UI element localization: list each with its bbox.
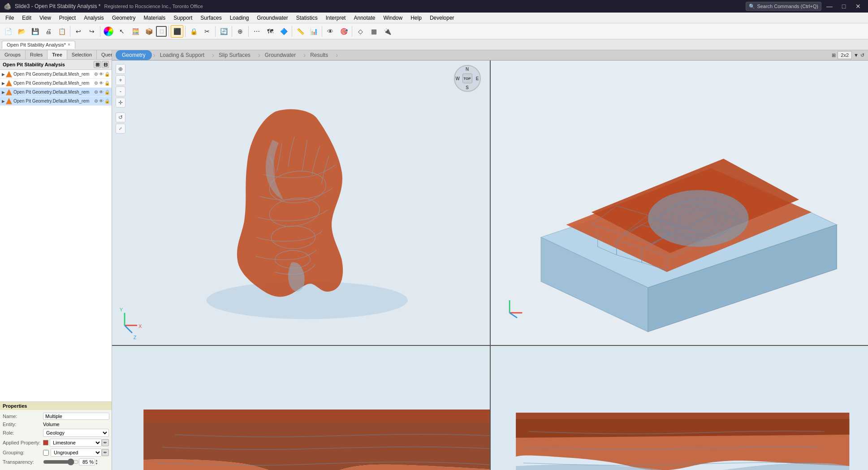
- tb-surface[interactable]: 🗺: [264, 25, 276, 38]
- tb-new[interactable]: 📄: [2, 25, 14, 38]
- tree-icon-2a[interactable]: ⚙: [94, 81, 98, 86]
- vt-rotate[interactable]: ↺: [116, 112, 125, 122]
- tree-lock-2[interactable]: 🔒: [104, 81, 110, 86]
- vt-zoom-in[interactable]: +: [116, 75, 125, 85]
- vis-tab-roles[interactable]: Roles: [26, 50, 48, 59]
- tb-chart[interactable]: 📊: [307, 25, 320, 38]
- tree-eye-3[interactable]: 👁: [99, 90, 104, 95]
- tree-expand-btn[interactable]: ⊞: [94, 61, 101, 68]
- tb-cut[interactable]: ✂: [201, 25, 213, 38]
- wf-tab-geometry[interactable]: Geometry: [116, 50, 152, 60]
- vis-tab-groups[interactable]: Groups: [0, 50, 26, 59]
- tree-collapse-btn[interactable]: ⊟: [102, 61, 109, 68]
- maximize-button[interactable]: □: [838, 0, 850, 13]
- vis-tab-selection[interactable]: Selection: [67, 50, 97, 59]
- menu-support[interactable]: Support: [170, 14, 196, 22]
- wf-tab-loading[interactable]: Loading & Support: [154, 50, 211, 60]
- menu-annotate[interactable]: Annotate: [350, 14, 379, 22]
- search-box[interactable]: 🔍 Search Commands (Ctrl+Q): [746, 2, 821, 11]
- tb-layers[interactable]: ▦: [367, 25, 380, 38]
- tb-open[interactable]: 📂: [15, 25, 28, 38]
- prop-grouping-check[interactable]: [43, 450, 49, 456]
- close-button[interactable]: ✕: [852, 0, 864, 13]
- menu-materials[interactable]: Materials: [140, 14, 169, 22]
- prop-name-input[interactable]: [43, 413, 109, 420]
- tree-eye-2[interactable]: 👁: [99, 81, 104, 86]
- tree-lock-3[interactable]: 🔒: [104, 90, 110, 95]
- tb-measure[interactable]: 📏: [294, 25, 307, 38]
- tb-print[interactable]: 🖨: [42, 25, 55, 38]
- wf-tab-groundwater[interactable]: Groundwater: [259, 50, 302, 60]
- tb-undo[interactable]: ↩: [72, 25, 85, 38]
- viewport-iso[interactable]: [491, 60, 868, 345]
- menu-surfaces[interactable]: Surfaces: [197, 14, 225, 22]
- viewport-front[interactable]: ⊕ + - ✛ ↺ ⤢: [112, 60, 490, 345]
- view-refresh-icon[interactable]: ↺: [860, 52, 864, 58]
- tb-cube[interactable]: 📦: [143, 25, 155, 38]
- prop-transparency-pct[interactable]: [79, 458, 95, 466]
- prop-grouping-edit[interactable]: ✏: [102, 449, 109, 456]
- app-tab-close[interactable]: ×: [68, 42, 70, 47]
- wf-tab-results[interactable]: Results: [304, 50, 334, 60]
- tb-merge[interactable]: ⊕: [234, 25, 246, 38]
- prop-applied-select[interactable]: Limestone: [50, 439, 102, 447]
- tree-item-1[interactable]: ▶ Open Pit Geometry.Default.Mesh_rem ⚙ 👁…: [0, 70, 112, 79]
- viewport-side[interactable]: [112, 346, 490, 470]
- menu-file[interactable]: File: [2, 14, 17, 22]
- tb-save[interactable]: 💾: [29, 25, 41, 38]
- tb-eye[interactable]: 👁: [324, 25, 337, 38]
- tree-icon-4a[interactable]: ⚙: [94, 99, 98, 103]
- menu-developer[interactable]: Developer: [426, 14, 458, 22]
- menu-groundwater[interactable]: Groundwater: [253, 14, 291, 22]
- tb-lock[interactable]: 🔒: [187, 25, 200, 38]
- tb-select-arrow[interactable]: ↖: [116, 25, 128, 38]
- prop-grouping-select[interactable]: Ungrouped: [51, 448, 102, 457]
- menu-project[interactable]: Project: [56, 14, 79, 22]
- tree-item-4[interactable]: ▶ Open Pit Geometry.Default.Mesh_rem ⚙ 👁…: [0, 97, 112, 106]
- vis-tab-tree[interactable]: Tree: [48, 50, 67, 59]
- tree-eye-4[interactable]: 👁: [99, 99, 104, 103]
- menu-help[interactable]: Help: [407, 14, 425, 22]
- tb-target[interactable]: 🎯: [337, 25, 350, 38]
- vt-expand[interactable]: ⤢: [116, 124, 125, 134]
- view-selector-button[interactable]: 2x2: [838, 51, 852, 59]
- tree-lock-4[interactable]: 🔒: [104, 99, 110, 103]
- tb-shape[interactable]: 🔷: [277, 25, 290, 38]
- prop-transparency-slider[interactable]: [43, 458, 79, 466]
- view-sel-expand[interactable]: ▼: [854, 52, 859, 58]
- vt-pan[interactable]: ✛: [116, 98, 125, 108]
- menu-edit[interactable]: Edit: [18, 14, 35, 22]
- prop-role-select[interactable]: Geology: [43, 429, 109, 437]
- tree-icon-3a[interactable]: ⚙: [94, 90, 98, 95]
- tb-redo[interactable]: ↪: [86, 25, 98, 38]
- tb-points[interactable]: ⋯: [250, 25, 263, 38]
- tb-calc[interactable]: 🧮: [129, 25, 142, 38]
- minimize-button[interactable]: —: [823, 0, 836, 13]
- menu-statistics[interactable]: Statistics: [293, 14, 321, 22]
- tree-lock-1[interactable]: 🔒: [104, 72, 110, 77]
- tree-eye-1[interactable]: 👁: [99, 72, 104, 77]
- menu-loading[interactable]: Loading: [226, 14, 253, 22]
- vt-zoom-fit[interactable]: ⊕: [116, 64, 125, 74]
- tb-box[interactable]: ⬚: [156, 26, 167, 37]
- menu-window[interactable]: Window: [380, 14, 406, 22]
- tree-icon-1a[interactable]: ⚙: [94, 72, 98, 77]
- wf-tab-slip[interactable]: Slip Surfaces: [212, 50, 257, 60]
- app-tab-main[interactable]: Open Pit Stability Analysis* ×: [2, 41, 75, 49]
- menu-geometry[interactable]: Geometry: [108, 14, 139, 22]
- vt-zoom-out[interactable]: -: [116, 86, 125, 96]
- tree-item-3[interactable]: ▶ Open Pit Geometry.Default.Mesh_rem ⚙ 👁…: [0, 88, 112, 97]
- tb-plugin[interactable]: 🔌: [381, 25, 393, 38]
- tb-diamond[interactable]: ◇: [354, 25, 367, 38]
- menu-view[interactable]: View: [36, 14, 55, 22]
- tb-export[interactable]: 📋: [56, 25, 68, 38]
- prop-applied-edit[interactable]: ✏: [102, 439, 109, 446]
- viewport-br[interactable]: [491, 346, 868, 470]
- tb-rotate[interactable]: 🔄: [217, 25, 230, 38]
- tb-color-wheel[interactable]: [102, 25, 115, 38]
- prop-transparency-spin[interactable]: ▲▼: [95, 459, 98, 465]
- tb-select-tool[interactable]: ⬛: [171, 25, 183, 38]
- menu-analysis[interactable]: Analysis: [80, 14, 108, 22]
- menu-interpret[interactable]: Interpret: [322, 14, 350, 22]
- tree-item-2[interactable]: ▶ Open Pit Geometry.Default.Mesh_rem ⚙ 👁…: [0, 79, 112, 88]
